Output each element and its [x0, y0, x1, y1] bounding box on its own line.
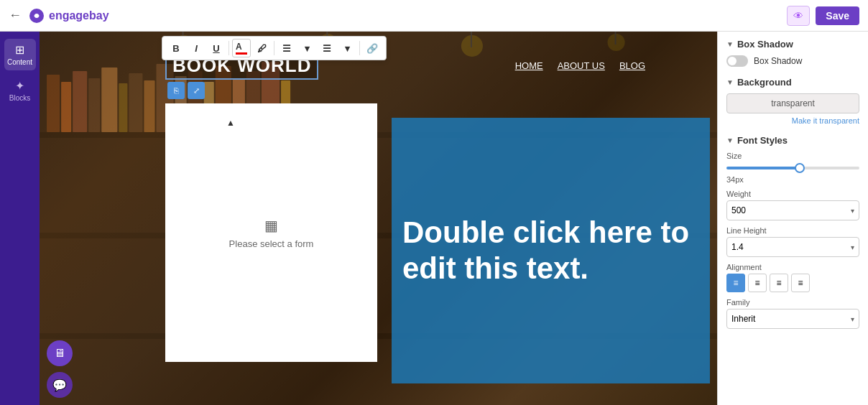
weight-select[interactable]: 500 ▾ [726, 200, 859, 220]
preview-button[interactable]: 👁 [787, 6, 810, 26]
bg-input-row: transparent [726, 93, 859, 113]
line-height-label: Line Height [726, 226, 859, 235]
chat-button[interactable]: 💬 [47, 372, 73, 398]
list-ol-button[interactable]: ☰ [318, 39, 336, 57]
bottom-icons: 🖥 💬 [47, 340, 73, 398]
box-shadow-title: Box Shadow [737, 39, 793, 50]
svg-point-1 [34, 14, 39, 18]
toolbar-divider-1 [228, 41, 229, 55]
list-ul-arrow-button[interactable]: ▾ [297, 39, 316, 57]
svg-rect-29 [471, 32, 472, 47]
font-styles-title: Font Styles [737, 135, 788, 146]
cursor-indicator: ▲ [226, 118, 232, 124]
svg-rect-6 [47, 75, 60, 132]
big-text-content: Double click here to edit this text. [402, 215, 699, 287]
list-ol-arrow-button[interactable]: ▾ [338, 39, 356, 57]
back-button[interactable]: ← [9, 8, 22, 23]
background-section: ▼ Background transparent Make it transpa… [726, 77, 859, 125]
title-action-copy[interactable]: ⎘ [167, 82, 185, 99]
sidebar-label-blocks: Blocks [9, 94, 30, 102]
title-action-move[interactable]: ⤢ [188, 82, 205, 99]
font-size-slider[interactable] [726, 162, 859, 174]
form-panel[interactable]: ▦ Please select a form [165, 103, 377, 362]
font-styles-header[interactable]: ▼ Font Styles [726, 135, 859, 146]
alignment-row-container: Alignment ≡ ≡ ≡ ≡ [726, 263, 859, 292]
align-justify-icon: ≡ [798, 278, 803, 288]
blocks-icon: ✦ [15, 79, 24, 93]
svg-rect-7 [61, 82, 71, 132]
nav-home[interactable]: HOME [515, 60, 543, 71]
big-text-overlay[interactable]: Double click here to edit this text. [392, 118, 710, 383]
size-label: Size [726, 152, 859, 160]
logo-icon [29, 8, 45, 24]
size-value: 34px [726, 175, 859, 184]
align-left-button[interactable]: ≡ [726, 274, 745, 292]
align-justify-button[interactable]: ≡ [791, 274, 810, 292]
family-row: Family Inherit ▾ [726, 298, 859, 329]
svg-rect-9 [88, 78, 100, 132]
align-center-button[interactable]: ≡ [748, 274, 767, 292]
font-color-indicator: A [236, 42, 247, 55]
line-height-arrow-icon: ▾ [851, 243, 854, 251]
logo: engagebay [29, 8, 109, 24]
save-button[interactable]: Save [816, 6, 859, 25]
top-bar-right: 👁 Save [787, 6, 859, 26]
list-ol-arrow-icon: ▾ [345, 43, 350, 54]
italic-button[interactable]: I [187, 39, 206, 57]
font-styles-chevron: ▼ [726, 136, 734, 144]
font-styles-section: ▼ Font Styles Size 34px Weight 500 ▾ [726, 135, 859, 329]
list-ul-icon: ☰ [282, 43, 291, 54]
highlight-button[interactable]: 🖊 [252, 39, 271, 57]
family-arrow-icon: ▾ [851, 315, 854, 323]
alignment-label: Alignment [726, 263, 859, 271]
list-ul-arrow-icon: ▾ [305, 43, 310, 54]
content-icon: ⊞ [15, 43, 24, 57]
slider-thumb[interactable] [795, 163, 805, 173]
bold-button[interactable]: B [167, 39, 185, 57]
slider-filled [726, 167, 800, 169]
sidebar-item-content[interactable]: ⊞ Content [4, 39, 36, 70]
highlight-icon: 🖊 [257, 43, 267, 54]
list-ul-button[interactable]: ☰ [277, 39, 296, 57]
svg-rect-11 [119, 83, 127, 132]
box-shadow-toggle-label: Box Shadow [754, 56, 802, 66]
underline-button[interactable]: U [207, 39, 226, 57]
family-select[interactable]: Inherit ▾ [726, 309, 859, 329]
canvas-area: B I U A 🖊 ☰ ▾ ☰ ▾ [40, 32, 717, 405]
weight-value: 500 [731, 205, 746, 215]
weight-row: Weight 500 ▾ [726, 190, 859, 220]
copy-icon: ⎘ [174, 86, 179, 95]
background-title: Background [737, 77, 792, 88]
canvas-background: HOME ABOUT US BLOG BOOK WORLD ⎘ ⤢ ▦ Plea… [40, 32, 717, 405]
line-height-select[interactable]: 1.4 ▾ [726, 237, 859, 257]
box-shadow-section: ▼ Box Shadow Box Shadow [726, 39, 859, 67]
family-value: Inherit [731, 314, 755, 324]
bg-color-input[interactable]: transparent [726, 93, 859, 113]
eye-icon: 👁 [793, 10, 803, 22]
title-actions: ⎘ ⤢ [167, 82, 205, 99]
link-button[interactable]: 🔗 [363, 39, 382, 57]
align-right-button[interactable]: ≡ [770, 274, 788, 292]
background-header[interactable]: ▼ Background [726, 77, 859, 88]
nav-about[interactable]: ABOUT US [558, 60, 605, 71]
align-center-icon: ≡ [754, 278, 760, 288]
monitor-icon: 🖥 [54, 347, 65, 360]
family-label: Family [726, 298, 859, 307]
chat-icon: 💬 [52, 378, 67, 392]
box-shadow-toggle[interactable] [726, 55, 748, 67]
logo-text: engagebay [49, 9, 109, 22]
nav-blog[interactable]: BLOG [619, 60, 645, 71]
make-transparent-link[interactable]: Make it transparent [726, 116, 859, 125]
box-shadow-header[interactable]: ▼ Box Shadow [726, 39, 859, 50]
size-row: Size 34px [726, 152, 859, 184]
bg-color-value: transparent [771, 98, 815, 108]
sidebar-item-blocks[interactable]: ✦ Blocks [4, 75, 36, 106]
weight-label: Weight [726, 190, 859, 198]
monitor-button[interactable]: 🖥 [47, 340, 73, 366]
svg-rect-13 [144, 80, 154, 132]
svg-point-26 [608, 34, 625, 51]
box-shadow-chevron: ▼ [726, 40, 734, 48]
font-color-button[interactable]: A [232, 39, 251, 57]
move-icon: ⤢ [193, 86, 200, 96]
alignment-row: ≡ ≡ ≡ ≡ [726, 274, 859, 292]
